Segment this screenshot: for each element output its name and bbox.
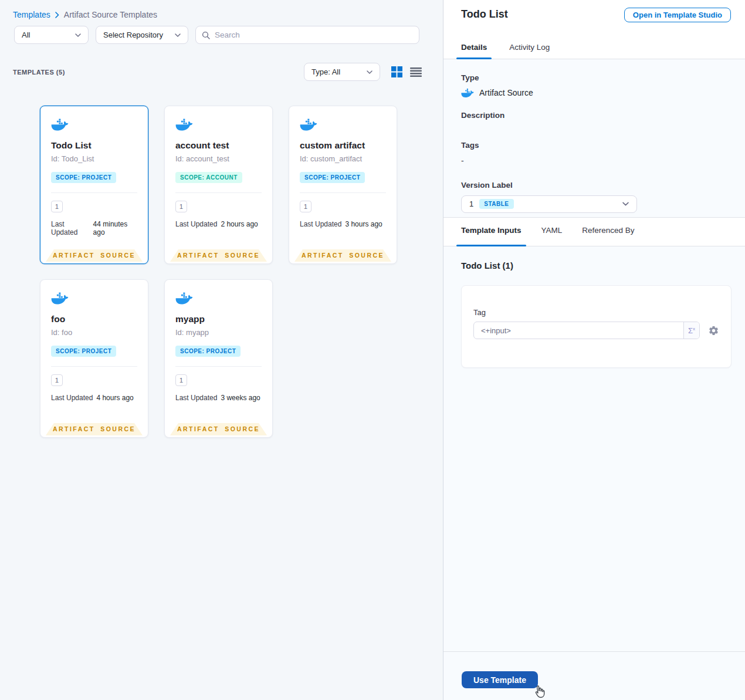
panel-footer: Use Template <box>443 651 745 700</box>
docker-icon <box>51 293 69 303</box>
breadcrumb-templates-link[interactable]: Templates <box>13 10 50 19</box>
last-updated-value: 3 weeks ago <box>221 394 260 402</box>
panel-tabs: Details Activity Log <box>456 43 554 59</box>
grid-view-icon[interactable] <box>391 66 402 77</box>
template-inputs-section: Todo List (1) Tag Σx <box>443 246 745 651</box>
tab-details[interactable]: Details <box>456 43 492 59</box>
repository-filter-value: Select Repository <box>103 31 163 39</box>
artifact-source-ribbon: ARTIFACT SOURCE <box>294 249 391 262</box>
scope-badge: SCOPE: ACCOUNT <box>175 172 242 183</box>
artifact-source-ribbon: ARTIFACT SOURCE <box>46 423 143 435</box>
template-card-account-test[interactable]: account test Id: account_test SCOPE: ACC… <box>164 106 273 264</box>
version-select[interactable]: 1 STABLE <box>461 195 637 213</box>
list-header: TEMPLATES (5) Type: All <box>13 63 422 81</box>
open-in-template-studio-button[interactable]: Open in Template Studio <box>624 8 731 22</box>
card-divider <box>300 192 386 193</box>
chevron-down-icon <box>175 33 181 37</box>
template-card-id: Id: custom_artifact <box>300 154 386 163</box>
template-card-foo[interactable]: foo Id: foo SCOPE: PROJECT 1 Last Update… <box>40 279 148 438</box>
list-view-icon[interactable] <box>410 67 422 77</box>
templates-grid: Todo List Id: Todo_List SCOPE: PROJECT 1… <box>40 106 397 438</box>
card-divider <box>175 192 262 193</box>
chevron-down-icon <box>622 202 629 206</box>
template-card-title: myapp <box>175 314 262 324</box>
tab-yaml[interactable]: YAML <box>537 226 567 246</box>
version-count-badge: 1 <box>175 374 187 386</box>
scope-filter-select[interactable]: All <box>14 26 89 44</box>
last-updated-label: Last Updated <box>175 394 217 402</box>
tab-activity-log[interactable]: Activity Log <box>504 43 554 59</box>
search-input[interactable] <box>215 31 413 39</box>
template-card-id: Id: account_test <box>175 154 262 163</box>
tab-referenced-by[interactable]: Referenced By <box>577 226 639 246</box>
repository-filter-select[interactable]: Select Repository <box>96 26 188 44</box>
last-updated: Last Updated 3 hours ago <box>300 220 386 228</box>
last-updated-value: 3 hours ago <box>345 220 382 228</box>
tag-input[interactable] <box>474 322 683 339</box>
template-card-title: Todo List <box>51 140 137 151</box>
docker-icon <box>175 293 193 303</box>
type-label: Type <box>461 73 727 82</box>
card-divider <box>175 366 262 367</box>
last-updated-value: 4 hours ago <box>96 394 133 402</box>
tag-input-wrap: Σx <box>473 322 700 339</box>
template-card-todo-list[interactable]: Todo List Id: Todo_List SCOPE: PROJECT 1… <box>40 106 148 264</box>
docker-icon <box>51 119 69 129</box>
tag-input-card: Tag Σx <box>461 285 732 368</box>
template-card-myapp[interactable]: myapp Id: myapp SCOPE: PROJECT 1 Last Up… <box>164 279 273 438</box>
last-updated-label: Last Updated <box>300 220 341 228</box>
docker-icon <box>461 87 474 98</box>
version-label: Version Label <box>461 181 727 190</box>
type-value: Artifact Source <box>479 88 533 97</box>
last-updated-value: 2 hours ago <box>221 220 258 228</box>
version-count-badge: 1 <box>51 201 63 212</box>
template-details-panel: Todo List Open in Template Studio Detail… <box>443 0 745 700</box>
details-section: Type Artifact Source Description Tags - … <box>443 59 745 218</box>
chevron-down-icon <box>75 33 81 37</box>
expression-icon[interactable]: Σx <box>683 322 699 339</box>
template-card-title: foo <box>51 314 137 324</box>
breadcrumb-chevron-icon <box>55 12 59 18</box>
templates-list-panel: Templates Artifact Source Templates All … <box>0 0 443 700</box>
card-divider <box>51 192 137 193</box>
chevron-down-icon <box>367 70 372 74</box>
search-icon <box>202 31 210 39</box>
scope-badge: SCOPE: PROJECT <box>51 346 116 357</box>
tab-template-inputs[interactable]: Template Inputs <box>456 226 526 246</box>
filter-row: All Select Repository <box>14 26 419 44</box>
scope-badge: SCOPE: PROJECT <box>175 346 241 357</box>
stable-badge: STABLE <box>479 199 513 209</box>
template-card-title: account test <box>175 140 262 151</box>
scope-filter-value: All <box>22 31 30 39</box>
last-updated: Last Updated 4 hours ago <box>51 394 137 402</box>
tags-label: Tags <box>461 141 727 150</box>
breadcrumb: Templates Artifact Source Templates <box>13 10 157 19</box>
templates-count-label: TEMPLATES (5) <box>13 69 65 76</box>
panel-title: Todo List <box>461 8 508 21</box>
tag-input-row: Σx <box>473 322 719 339</box>
artifact-source-ribbon: ARTIFACT SOURCE <box>46 249 143 262</box>
gear-icon[interactable] <box>708 325 719 336</box>
scope-badge: SCOPE: PROJECT <box>300 172 365 183</box>
tag-label: Tag <box>473 308 719 317</box>
inputs-heading: Todo List (1) <box>461 261 731 270</box>
scope-badge: SCOPE: PROJECT <box>51 172 116 183</box>
type-filter-select[interactable]: Type: All <box>304 63 380 81</box>
view-toggles <box>391 66 422 77</box>
template-card-id: Id: foo <box>51 328 137 337</box>
artifact-source-ribbon: ARTIFACT SOURCE <box>170 249 267 262</box>
tags-value: - <box>461 156 727 165</box>
last-updated-label: Last Updated <box>51 220 90 236</box>
last-updated-label: Last Updated <box>51 394 93 402</box>
last-updated: Last Updated 2 hours ago <box>175 220 262 228</box>
panel-header: Todo List Open in Template Studio Detail… <box>443 0 745 59</box>
docker-icon <box>175 119 193 129</box>
use-template-button[interactable]: Use Template <box>462 671 538 688</box>
type-value-row: Artifact Source <box>461 87 727 98</box>
description-label: Description <box>461 111 727 120</box>
cursor-pointer-icon <box>531 685 546 699</box>
template-card-custom-artifact[interactable]: custom artifact Id: custom_artifact SCOP… <box>289 106 397 264</box>
docker-icon <box>300 119 317 129</box>
version-count-badge: 1 <box>300 201 311 212</box>
type-filter-value: Type: All <box>311 67 340 76</box>
